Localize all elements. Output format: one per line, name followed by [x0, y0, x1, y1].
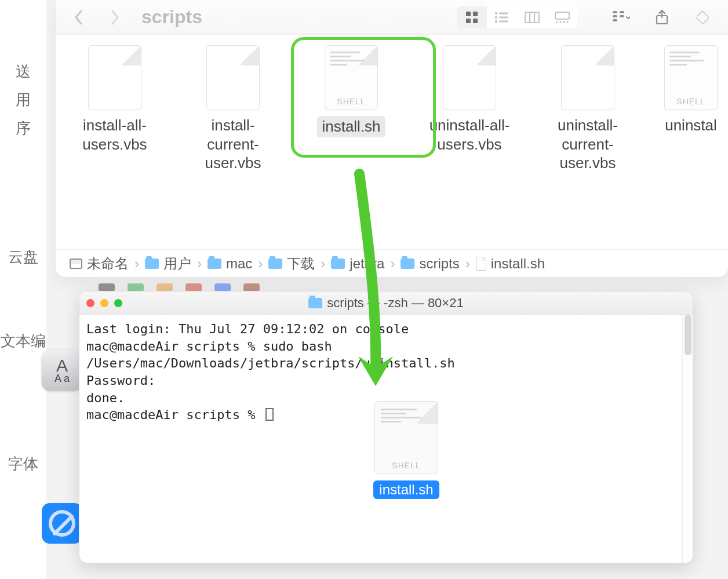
view-list-button[interactable] [487, 6, 517, 28]
svg-rect-20 [613, 19, 617, 21]
chevron-icon: › [465, 256, 470, 272]
cursor-icon [265, 408, 274, 421]
svg-rect-1 [473, 12, 478, 16]
svg-point-4 [495, 12, 497, 14]
terminal-title: scripts — -zsh — 80×21 [79, 296, 693, 311]
chevron-icon: › [134, 256, 139, 272]
file-icon [561, 45, 614, 110]
svg-rect-0 [466, 12, 471, 16]
file-item[interactable]: uninstall-all-users.vbs [428, 45, 511, 154]
file-name: install.sh [317, 116, 385, 137]
svg-point-15 [559, 21, 562, 23]
terminal-titlebar[interactable]: scripts — -zsh — 80×21 [79, 292, 693, 315]
svg-point-16 [563, 21, 565, 23]
shell-file-icon: SHELL [374, 401, 438, 474]
svg-point-5 [495, 16, 497, 18]
file-item[interactable]: uninstall-current-user.vbs [546, 45, 629, 173]
finder-file-grid[interactable]: install-all-users.vbs install-current-us… [56, 35, 728, 249]
forward-button[interactable] [102, 6, 128, 29]
svg-rect-18 [613, 11, 617, 13]
file-item[interactable]: install-current-user.vbs [191, 45, 275, 173]
chevron-icon: › [390, 256, 395, 272]
path-folder[interactable]: 用户 [145, 254, 191, 273]
file-item-selected[interactable]: SHELL install.sh [310, 45, 393, 137]
close-button[interactable] [86, 299, 94, 307]
svg-rect-8 [499, 16, 508, 18]
path-folder[interactable]: jetbra [331, 256, 384, 272]
font-app-icon[interactable]: AA a [42, 350, 82, 391]
chevron-icon: › [258, 256, 263, 272]
file-name: uninstal [664, 116, 718, 135]
view-gallery-button[interactable] [547, 6, 577, 28]
minimize-button[interactable] [100, 299, 108, 307]
path-bar: 未命名 › 用户 › mac › 下载 › jetbra › scripts ›… [56, 249, 728, 277]
file-name: install-current-user.vbs [191, 116, 275, 173]
path-folder[interactable]: 下载 [268, 254, 315, 273]
file-icon [88, 45, 141, 110]
path-folder[interactable]: scripts [401, 256, 459, 272]
chevron-icon: › [321, 256, 325, 272]
file-name: uninstall-current-user.vbs [546, 116, 629, 173]
sidebar-text: 字体 [0, 454, 46, 474]
shell-file-icon: SHELL [325, 45, 378, 110]
svg-rect-9 [499, 20, 508, 22]
dragged-file-name: install.sh [373, 480, 439, 499]
svg-rect-7 [499, 12, 508, 14]
sidebar-text: 序 [0, 118, 46, 139]
folder-icon [145, 258, 159, 269]
sidebar-text: 用 [0, 90, 46, 110]
blocked-app-icon[interactable] [42, 503, 82, 544]
scrollbar[interactable] [682, 315, 693, 563]
disk-icon [70, 258, 82, 269]
file-icon [443, 45, 496, 110]
shell-tag: SHELL [325, 97, 377, 106]
dragged-file: SHELL install.sh [372, 401, 441, 499]
svg-rect-22 [620, 15, 624, 17]
back-button[interactable] [66, 6, 92, 29]
file-icon [206, 45, 260, 110]
background-app-strip [99, 283, 705, 292]
svg-point-14 [556, 21, 558, 23]
sidebar-text: 送 [0, 61, 46, 82]
file-name: install-all-users.vbs [73, 116, 156, 154]
folder-icon [268, 258, 282, 269]
svg-point-17 [566, 21, 569, 23]
share-button[interactable] [647, 6, 677, 28]
path-disk[interactable]: 未命名 [70, 254, 129, 273]
svg-rect-3 [473, 19, 478, 23]
svg-rect-10 [525, 12, 539, 23]
scroll-thumb[interactable] [685, 315, 691, 355]
view-mode-group [457, 6, 577, 28]
shell-tag: SHELL [665, 97, 717, 106]
window-title: scripts [141, 6, 202, 28]
svg-point-6 [495, 20, 497, 22]
chevron-icon: › [197, 256, 202, 272]
folder-icon [208, 258, 221, 269]
path-folder[interactable]: mac [208, 256, 252, 272]
svg-rect-13 [555, 12, 569, 19]
sidebar-partial: 送 用 序 云盘 文本编 字体 [0, 0, 46, 579]
file-item[interactable]: install-all-users.vbs [73, 45, 156, 154]
folder-icon [308, 298, 322, 308]
shell-file-icon: SHELL [664, 45, 718, 110]
svg-rect-21 [620, 11, 624, 13]
finder-toolbar: scripts [56, 0, 728, 35]
file-item[interactable]: SHELL uninstal [664, 45, 718, 135]
zoom-button[interactable] [114, 299, 122, 307]
file-name: uninstall-all-users.vbs [428, 116, 511, 154]
svg-rect-2 [466, 19, 471, 23]
view-columns-button[interactable] [517, 6, 547, 28]
path-file[interactable]: install.sh [476, 256, 545, 272]
folder-icon [331, 258, 345, 269]
document-icon [476, 257, 486, 271]
tags-button[interactable] [687, 6, 718, 28]
svg-rect-19 [613, 15, 617, 17]
finder-window: scripts [56, 0, 728, 277]
shell-tag: SHELL [375, 461, 438, 470]
folder-icon [401, 258, 414, 269]
sidebar-text: 文本编 [0, 331, 46, 351]
group-by-button[interactable] [606, 6, 636, 28]
sidebar-text: 云盘 [0, 247, 46, 267]
view-icon-button[interactable] [457, 6, 487, 28]
